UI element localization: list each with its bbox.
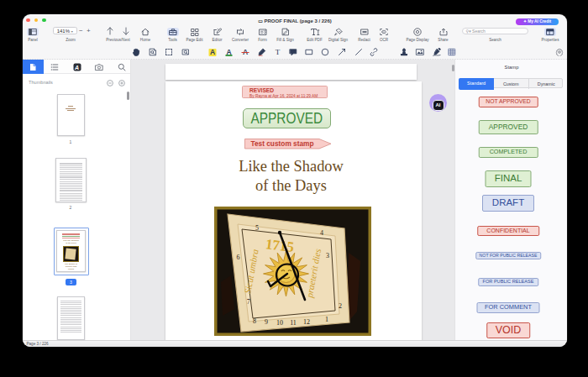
svg-text:9: 9 [265,318,268,326]
svg-text:10: 10 [276,319,283,327]
svg-text:11: 11 [290,319,297,327]
svg-text:6: 6 [237,254,240,261]
svg-text:12: 12 [303,318,310,326]
svg-text:8: 8 [253,317,256,325]
svg-text:5: 5 [255,224,259,232]
svg-text:3: 3 [326,252,329,259]
svg-text:2: 2 [339,302,342,310]
svg-text:4: 4 [320,229,323,237]
svg-text:1: 1 [325,316,328,323]
svg-text:7: 7 [247,298,250,306]
